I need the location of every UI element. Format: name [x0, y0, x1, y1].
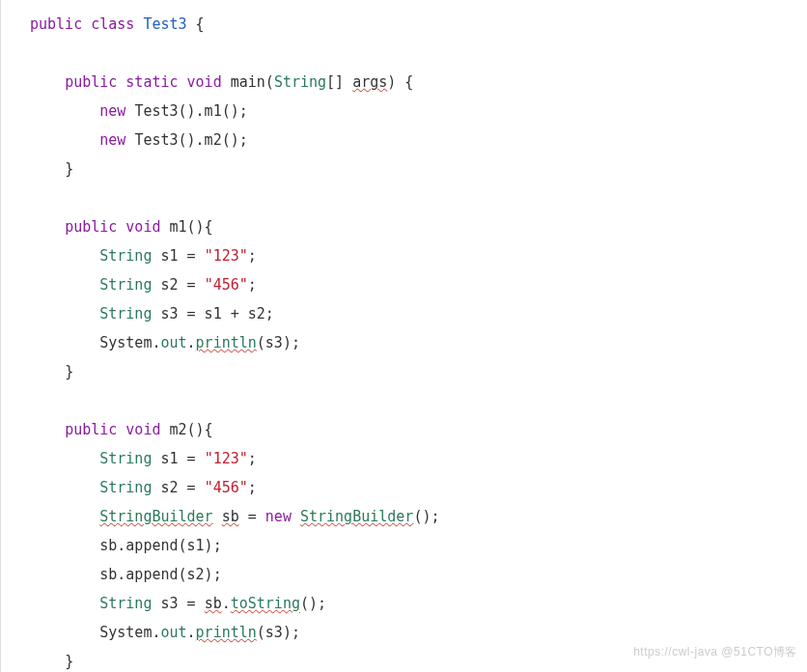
dot: .: [187, 624, 196, 641]
semi: ;: [248, 247, 257, 265]
keyword-new: new: [265, 508, 292, 525]
brace-close: }: [65, 653, 73, 670]
system: System: [99, 624, 152, 641]
ctor-tail: ();: [413, 508, 439, 525]
sb-var: sb: [205, 595, 222, 612]
brace: {: [196, 15, 205, 33]
type-stringbuilder: StringBuilder: [99, 508, 212, 525]
var-s1: s1: [160, 247, 178, 265]
brace-close: }: [65, 160, 73, 178]
ctor-stringbuilder: StringBuilder: [300, 508, 413, 525]
append-stmt-1: sb.append(s1);: [99, 537, 221, 554]
eq: =: [179, 276, 205, 294]
type-string: String: [99, 595, 152, 612]
semi: ;: [248, 479, 257, 496]
var-s3: s3: [160, 595, 178, 612]
eq: =: [179, 479, 205, 496]
string-literal: "123": [205, 450, 248, 467]
type-string: String: [274, 73, 326, 91]
paren-brace: (){: [187, 218, 213, 236]
string-literal: "123": [205, 247, 248, 265]
var-s2: s2: [160, 479, 178, 496]
type-string: String: [99, 305, 152, 322]
type-string: String: [99, 247, 152, 265]
keyword-void: void: [125, 218, 160, 236]
paren-brace: (){: [187, 421, 213, 438]
keyword-static: static: [125, 73, 178, 91]
class-name: Test3: [143, 15, 186, 33]
ctor-call: Test3: [134, 102, 178, 120]
eq: =: [179, 595, 205, 612]
var-s2: s2: [160, 276, 178, 294]
eq: =: [239, 508, 265, 525]
code-block: public class Test3 { public static void …: [1, 10, 807, 672]
keyword-public: public: [65, 218, 117, 236]
semi: ;: [248, 276, 257, 294]
eq: =: [179, 247, 205, 265]
method-name-main: main: [231, 73, 265, 91]
ctor-call: Test3: [134, 131, 178, 149]
watermark-text: https://cwl-java @51CTO博客: [633, 637, 797, 666]
array-brackets: []: [326, 73, 344, 91]
brace: {: [404, 73, 413, 91]
keyword-public: public: [65, 73, 117, 91]
keyword-new: new: [99, 131, 125, 149]
eq: =: [179, 450, 205, 467]
string-literal: "456": [205, 276, 248, 294]
println-call: println: [196, 334, 257, 351]
dot: .: [187, 334, 196, 351]
keyword-public: public: [30, 15, 82, 33]
string-literal: "456": [205, 479, 248, 496]
system: System: [99, 334, 152, 351]
keyword-public: public: [65, 421, 117, 438]
semi: ;: [248, 450, 257, 467]
out-field: out: [160, 624, 186, 641]
expr: = s1 + s2;: [179, 305, 274, 322]
tostring-call: toString: [231, 595, 300, 612]
var-s1: s1: [160, 450, 178, 467]
type-string: String: [99, 276, 152, 294]
keyword-void: void: [187, 73, 222, 91]
dot: .: [222, 595, 231, 612]
stmt-tail: ().m1();: [179, 102, 248, 120]
keyword-void: void: [125, 421, 160, 438]
keyword-class: class: [91, 15, 134, 33]
print-arg: (s3);: [257, 334, 300, 351]
brace-close: }: [65, 363, 73, 380]
keyword-new: new: [99, 102, 125, 120]
method-name-m1: m1: [170, 218, 187, 236]
var-s3: s3: [160, 305, 178, 322]
tail: ();: [300, 595, 326, 612]
stmt-tail: ().m2();: [179, 131, 248, 149]
append-stmt-2: sb.append(s2);: [99, 566, 221, 583]
println-call: println: [196, 624, 257, 641]
code-snippet: public class Test3 { public static void …: [0, 0, 807, 672]
print-arg: (s3);: [257, 624, 300, 641]
out-field: out: [160, 334, 186, 351]
param-args: args: [352, 73, 387, 91]
type-string: String: [99, 450, 152, 467]
type-string: String: [99, 479, 152, 496]
method-name-m2: m2: [170, 421, 187, 438]
var-sb: sb: [222, 508, 239, 525]
